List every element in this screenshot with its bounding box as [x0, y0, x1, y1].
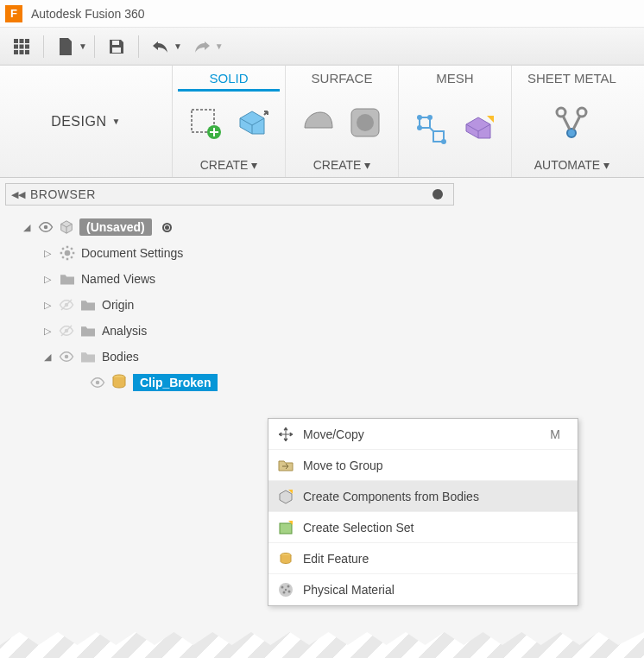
app-icon: F: [5, 5, 22, 22]
title-bar: F Autodesk Fusion 360: [0, 0, 644, 28]
svg-point-19: [417, 125, 422, 130]
redo-dropdown[interactable]: ▼: [215, 41, 224, 51]
expand-icon[interactable]: ◢: [41, 351, 54, 363]
tab-label: SOLID: [178, 66, 280, 92]
workspace-switcher[interactable]: DESIGN ▼: [0, 66, 173, 177]
svg-point-40: [287, 585, 290, 588]
extrude-icon[interactable]: [231, 103, 273, 144]
ctx-label: Create Selection Set: [303, 521, 569, 535]
ctx-label: Move/Copy: [303, 427, 541, 441]
tree-root[interactable]: ◢ (Unsaved): [21, 214, 454, 240]
svg-rect-35: [280, 523, 292, 534]
undo-dropdown[interactable]: ▼: [174, 41, 182, 51]
collapse-icon[interactable]: ◀◀: [11, 189, 25, 200]
sketch-icon[interactable]: [185, 103, 226, 144]
expand-icon[interactable]: ◢: [21, 222, 33, 233]
ctx-label: Edit Feature: [303, 552, 569, 566]
node-label: Named Views: [81, 272, 155, 286]
edit-feature-icon: [277, 550, 294, 567]
expand-icon[interactable]: ▷: [41, 300, 54, 311]
tab-footer[interactable]: CREATE ▾: [178, 156, 280, 174]
tab-mesh[interactable]: MESH: [399, 66, 512, 177]
component-icon: [277, 488, 294, 505]
surface-tool-1-icon[interactable]: [298, 102, 339, 143]
visibility-icon[interactable]: [38, 219, 54, 235]
node-label: Bodies: [102, 350, 139, 364]
new-file-icon[interactable]: [51, 33, 80, 60]
gear-icon: [59, 244, 76, 262]
ctx-move-to-group[interactable]: Move to Group: [268, 450, 578, 481]
expand-icon[interactable]: ▷: [41, 326, 54, 337]
ctx-create-components-from-bodies[interactable]: Create Components from Bodies: [268, 481, 578, 512]
tab-footer[interactable]: AUTOMATE ▾: [517, 156, 627, 174]
root-label: (Unsaved): [79, 218, 152, 236]
surface-tool-2-icon[interactable]: [344, 102, 386, 143]
svg-rect-1: [20, 39, 24, 43]
tab-label: SHEET METAL: [517, 66, 627, 89]
tab-footer[interactable]: CREATE ▾: [291, 156, 393, 174]
svg-rect-6: [14, 50, 18, 54]
svg-point-14: [357, 114, 374, 131]
separator: [138, 35, 139, 58]
visibility-hidden-icon[interactable]: [59, 297, 74, 313]
ctx-label: Physical Material: [303, 583, 569, 597]
ctx-physical-material[interactable]: Physical Material: [268, 574, 578, 605]
tree-node-bodies[interactable]: ◢ Bodies: [41, 344, 454, 370]
visibility-icon[interactable]: [59, 349, 74, 364]
browser-panel: ◀◀ BROWSER ◢ (Unsaved) ▷: [0, 178, 644, 401]
tree-node-body[interactable]: Clip_Broken: [90, 370, 454, 395]
tab-footer: [404, 170, 506, 174]
svg-rect-8: [25, 50, 29, 54]
browser-header[interactable]: ◀◀ BROWSER: [5, 183, 454, 206]
tree-node-document-settings[interactable]: ▷ Document Settings: [41, 240, 454, 266]
sheet-metal-tool-icon[interactable]: [551, 102, 592, 143]
svg-rect-9: [112, 41, 119, 45]
save-icon[interactable]: [102, 33, 131, 60]
tree-node-analysis[interactable]: ▷ Analysis: [41, 318, 454, 344]
folder-icon: [59, 272, 76, 286]
body-text: Clip_Broken: [140, 376, 211, 389]
options-icon[interactable]: [432, 189, 443, 199]
expand-icon[interactable]: ▷: [41, 248, 54, 259]
move-icon: [277, 426, 294, 443]
tab-sheet-metal[interactable]: SHEET METAL AUTOMATE ▾: [512, 66, 632, 177]
new-file-dropdown[interactable]: ▼: [79, 41, 87, 51]
separator: [43, 35, 44, 58]
svg-rect-2: [25, 39, 29, 43]
svg-point-24: [567, 129, 576, 137]
svg-point-31: [65, 355, 69, 359]
svg-point-26: [65, 250, 71, 256]
grid-icon[interactable]: [7, 33, 36, 60]
tree-node-named-views[interactable]: ▷ Named Views: [41, 266, 454, 292]
svg-rect-7: [20, 50, 24, 54]
node-label: Analysis: [102, 324, 147, 338]
svg-point-43: [285, 589, 287, 591]
svg-point-18: [427, 115, 432, 120]
ctx-move-copy[interactable]: Move/Copy M: [268, 419, 578, 450]
undo-icon[interactable]: [146, 33, 175, 60]
ribbon-tabs: SOLID CREATE ▾ SURFACE: [173, 66, 644, 177]
component-icon: [59, 219, 74, 235]
expand-icon[interactable]: ▷: [41, 274, 54, 285]
mesh-tool-1-icon[interactable]: [411, 109, 452, 150]
browser-title: BROWSER: [30, 187, 432, 201]
svg-point-22: [557, 108, 565, 117]
mesh-tool-2-icon[interactable]: [458, 109, 499, 150]
node-label: Origin: [102, 298, 134, 312]
visibility-icon[interactable]: [90, 375, 105, 390]
ribbon: DESIGN ▼ SOLID CREATE ▾ SURFACE: [0, 66, 644, 178]
tab-tools: [404, 89, 506, 170]
tab-solid[interactable]: SOLID CREATE ▾: [173, 66, 286, 177]
folder-icon: [79, 298, 97, 312]
tab-tools: [517, 89, 627, 156]
active-component-radio[interactable]: [162, 223, 172, 232]
tab-surface[interactable]: SURFACE CREATE ▾: [286, 66, 399, 177]
svg-point-39: [281, 586, 284, 589]
redo-icon[interactable]: [187, 33, 217, 60]
ctx-edit-feature[interactable]: Edit Feature: [268, 543, 578, 574]
tree-node-origin[interactable]: ▷ Origin: [41, 292, 454, 318]
node-label: Document Settings: [81, 246, 183, 260]
ctx-shortcut: M: [550, 427, 569, 441]
visibility-hidden-icon[interactable]: [59, 323, 74, 338]
ctx-create-selection-set[interactable]: Create Selection Set: [268, 512, 578, 543]
